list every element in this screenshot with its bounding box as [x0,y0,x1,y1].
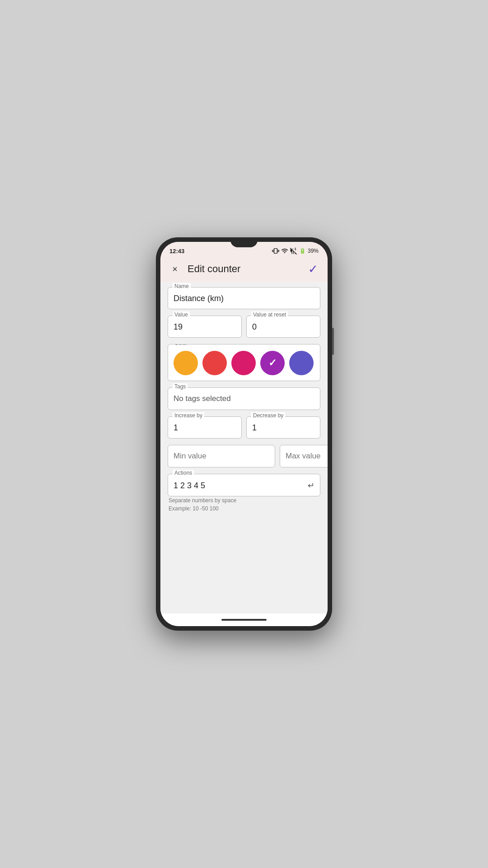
edit-counter-header: × Edit counter ✓ [160,258,328,282]
value-reset-label: Value at reset [251,311,288,318]
vibrate-icon [272,247,279,255]
increase-field-group: Increase by [168,416,242,439]
page-title: Edit counter [188,263,306,275]
close-button[interactable]: × [168,262,182,276]
color-section: Color [168,344,320,381]
color-swatch-indigo[interactable] [289,351,314,375]
volume-button [332,328,334,355]
actions-input[interactable] [174,481,304,491]
enter-icon: ↵ [308,481,314,491]
signal-icon [290,247,297,255]
value-reset-field-group: Value at reset [246,316,320,338]
value-field-group: Value [168,316,242,338]
value-label: Value [173,311,190,318]
color-swatch-pink[interactable] [231,351,256,375]
name-label: Name [173,283,191,289]
value-reset-input[interactable] [247,316,320,337]
battery-percent: 39% [308,248,319,254]
phone-frame: 12:43 🔋 39% × Edit counter ✓ Name [156,237,332,631]
status-time: 12:43 [169,248,184,255]
battery-icon: 🔋 [299,248,306,254]
name-field-group: Name [168,287,320,309]
min-value-input[interactable] [168,445,275,467]
actions-label: Actions [173,470,194,476]
confirm-button[interactable]: ✓ [306,262,320,276]
wifi-icon [281,247,288,255]
color-swatch-purple[interactable] [260,351,285,375]
decrease-label: Decrease by [251,412,285,419]
increase-input[interactable] [168,417,241,438]
status-icons: 🔋 39% [272,247,319,255]
actions-field-group: Actions ↵ [168,474,320,496]
increase-decrease-row: Increase by Decrease by [168,416,320,439]
value-input[interactable] [168,316,241,337]
tags-value: No tags selected [174,394,314,403]
color-swatch-red[interactable] [202,351,227,375]
value-row: Value Value at reset [168,316,320,338]
color-swatches [174,351,314,375]
form-content: Name Value Value at reset Color [160,282,328,613]
home-bar [160,613,328,626]
actions-wrapper: Actions ↵ Separate numbers by space Exam… [168,474,320,513]
min-max-row [168,445,320,467]
color-swatch-orange[interactable] [174,351,198,375]
name-input[interactable] [168,288,320,309]
increase-label: Increase by [173,412,204,419]
max-value-input[interactable] [280,445,328,467]
home-indicator [221,619,267,621]
color-label: Color [173,344,189,346]
phone-screen: 12:43 🔋 39% × Edit counter ✓ Name [160,242,328,626]
decrease-field-group: Decrease by [246,416,320,439]
phone-notch [230,237,258,247]
actions-helper-text: Separate numbers by space Example: 10 -5… [168,496,320,513]
decrease-input[interactable] [247,417,320,438]
tags-section[interactable]: Tags No tags selected [168,387,320,410]
tags-label: Tags [173,383,188,390]
